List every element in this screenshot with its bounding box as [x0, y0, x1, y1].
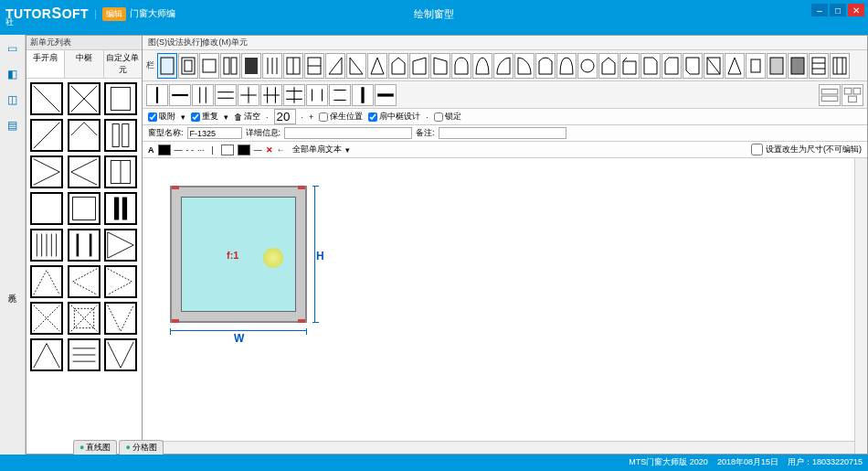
- rail-label-1[interactable]: 系统: [6, 287, 18, 294]
- shape-tool[interactable]: [788, 53, 808, 79]
- note-input[interactable]: [439, 127, 566, 139]
- shape-tool[interactable]: [809, 53, 829, 79]
- shape-tool[interactable]: [304, 53, 324, 79]
- shape-tool[interactable]: [598, 53, 619, 79]
- mullion-tool[interactable]: [329, 84, 351, 106]
- unit-cell[interactable]: [30, 82, 63, 115]
- mullion-tool[interactable]: [283, 84, 305, 106]
- window-shape[interactable]: f:1 H W: [170, 186, 307, 323]
- shape-tool[interactable]: [514, 53, 535, 79]
- size-lock-checkbox[interactable]: [751, 144, 763, 155]
- mullion-tool[interactable]: [306, 84, 328, 106]
- brick-tool[interactable]: [842, 84, 863, 106]
- color-fill[interactable]: [238, 145, 250, 155]
- shape-tool[interactable]: [662, 53, 682, 79]
- shape-tool[interactable]: [346, 53, 366, 79]
- unit-cell[interactable]: [104, 155, 137, 188]
- palette-tab-3[interactable]: 自定义单元: [104, 50, 142, 78]
- unit-cell[interactable]: [30, 265, 63, 298]
- shape-tool[interactable]: [830, 53, 850, 79]
- unit-cell[interactable]: [104, 229, 137, 262]
- shape-tool[interactable]: [325, 53, 345, 79]
- shape-tool[interactable]: [535, 53, 556, 79]
- unit-cell[interactable]: [104, 82, 137, 115]
- snap-checkbox[interactable]: [148, 112, 157, 122]
- unit-cell[interactable]: [104, 119, 137, 152]
- shape-tool[interactable]: [262, 53, 282, 79]
- mullion-tool[interactable]: [192, 84, 214, 106]
- brick-tool[interactable]: [819, 84, 841, 106]
- shape-tool[interactable]: [178, 53, 198, 79]
- shape-tool[interactable]: [619, 53, 640, 79]
- shape-tool[interactable]: [725, 53, 745, 79]
- shape-tool[interactable]: [409, 53, 429, 79]
- unit-cell[interactable]: [68, 229, 101, 262]
- color-white[interactable]: [221, 145, 234, 155]
- mullion-tool[interactable]: [238, 84, 259, 106]
- shape-tool[interactable]: [640, 53, 661, 79]
- shape-tool[interactable]: [577, 53, 598, 79]
- shape-tool[interactable]: [241, 53, 261, 79]
- unit-cell[interactable]: [104, 265, 137, 298]
- mullion-tool[interactable]: [146, 84, 168, 106]
- color-black[interactable]: [158, 145, 171, 155]
- unit-cell[interactable]: [68, 265, 101, 298]
- footer-tab-2[interactable]: ●分格图: [119, 440, 163, 455]
- shape-tool[interactable]: [556, 53, 577, 79]
- maximize-button[interactable]: □: [830, 4, 846, 16]
- unit-cell[interactable]: [30, 192, 63, 225]
- shape-tool[interactable]: [388, 53, 408, 79]
- unit-cell[interactable]: [68, 302, 101, 335]
- unit-cell[interactable]: [68, 192, 101, 225]
- pos-checkbox[interactable]: [319, 112, 328, 122]
- unit-cell[interactable]: [30, 338, 63, 371]
- shape-tool[interactable]: [767, 53, 787, 79]
- window-frame[interactable]: f:1: [170, 186, 307, 323]
- clear-button[interactable]: 🗑清空: [234, 111, 260, 123]
- drawing-canvas[interactable]: f:1 H W: [143, 158, 867, 454]
- unit-cell[interactable]: [68, 82, 101, 115]
- num-input-1[interactable]: [274, 109, 296, 124]
- unit-cell[interactable]: [30, 229, 63, 262]
- menubar[interactable]: 图(S)设法执行]修改(M)单元: [143, 36, 867, 50]
- mullion-tool[interactable]: [375, 84, 397, 106]
- lock-checkbox[interactable]: [434, 112, 443, 122]
- rail-icon-4[interactable]: ▤: [5, 117, 21, 134]
- mullion-tool[interactable]: [169, 84, 191, 106]
- palette-tab-2[interactable]: 中梃: [65, 50, 103, 78]
- unit-cell[interactable]: [104, 302, 137, 335]
- name-input[interactable]: [187, 127, 242, 139]
- unit-cell[interactable]: [68, 338, 101, 371]
- shape-tool[interactable]: [683, 53, 703, 79]
- redo-checkbox[interactable]: [191, 112, 200, 122]
- mullion-tool[interactable]: [215, 84, 237, 106]
- unit-cell[interactable]: [104, 338, 137, 371]
- unit-cell[interactable]: [30, 155, 63, 188]
- mullion-tool[interactable]: [260, 84, 282, 106]
- shape-tool[interactable]: [704, 53, 724, 79]
- palette-tab-1[interactable]: 手开扇: [26, 50, 65, 78]
- shape-tool[interactable]: [451, 53, 471, 79]
- shape-tool[interactable]: [283, 53, 303, 79]
- shape-tool[interactable]: [493, 53, 513, 79]
- unit-cell[interactable]: [68, 119, 101, 152]
- delete-icon[interactable]: ✕: [266, 145, 273, 155]
- shape-tool[interactable]: [430, 53, 450, 79]
- detail-input[interactable]: [284, 127, 412, 139]
- design-checkbox[interactable]: [368, 112, 377, 122]
- scrollbar-vertical[interactable]: [854, 158, 867, 454]
- shape-tool[interactable]: [157, 53, 177, 79]
- shape-tool[interactable]: [367, 53, 387, 79]
- unit-cell[interactable]: [68, 155, 101, 188]
- footer-tab-1[interactable]: ●直线图: [73, 440, 117, 455]
- rail-icon-3[interactable]: ◫: [5, 91, 21, 108]
- scrollbar-horizontal[interactable]: [143, 441, 854, 454]
- shape-tool[interactable]: [746, 53, 766, 79]
- text-style-a[interactable]: A: [148, 145, 154, 155]
- close-button[interactable]: ✕: [848, 4, 864, 16]
- shape-tool[interactable]: [472, 53, 492, 79]
- minimize-button[interactable]: –: [811, 4, 828, 16]
- mullion-tool[interactable]: [352, 84, 374, 106]
- shape-tool[interactable]: [220, 53, 240, 79]
- rail-icon-2[interactable]: ◧: [5, 66, 21, 82]
